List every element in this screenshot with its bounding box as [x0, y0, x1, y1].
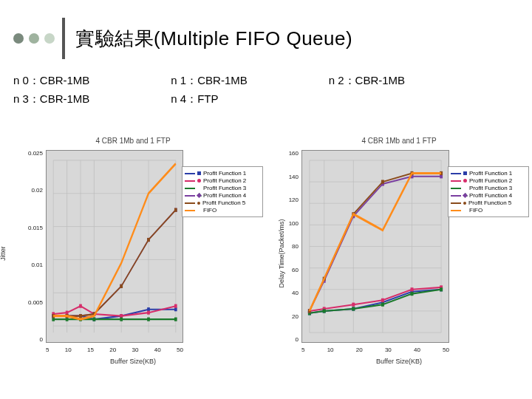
- chart-delay: 4 CBR 1Mb and 1 FTP Delay Time(Packet/ms…: [266, 137, 532, 369]
- svg-rect-46: [147, 238, 150, 242]
- title-row: 實驗結果(Multiple FIFO Queue): [13, 16, 519, 61]
- legend-row: Profit Function 1: [451, 170, 526, 177]
- chart-legend: Profit Function 1Profit Function 2Profit…: [448, 166, 529, 217]
- scenario-list: n 0：CBR-1MB n 1：CBR-1MB n 2：CBR-1MB n 3：…: [13, 74, 519, 111]
- legend-row: Profit Function 2: [451, 177, 526, 184]
- svg-rect-47: [174, 208, 177, 212]
- svg-rect-33: [174, 318, 177, 321]
- legend-row: Profit Function 3: [185, 185, 260, 191]
- legend-row: Profit Function 1: [185, 170, 260, 177]
- legend-row: Profit Function 5: [185, 200, 260, 206]
- charts-row: 4 CBR 1Mb and 1 FTP Jitter 0.0250.020.01…: [0, 137, 532, 369]
- plot-area: [301, 150, 449, 343]
- svg-rect-73: [411, 287, 414, 291]
- svg-rect-25: [147, 311, 150, 315]
- svg-rect-43: [79, 314, 82, 318]
- scenario-n0: n 0：CBR-1MB: [13, 74, 89, 88]
- chart-legend: Profit Function 1Profit Function 2Profit…: [182, 166, 263, 217]
- dot-icon: [44, 33, 55, 44]
- y-ticks: 0.0250.020.0150.010.0050: [13, 150, 43, 343]
- svg-rect-79: [411, 292, 414, 296]
- slide: 實驗結果(Multiple FIFO Queue) n 0：CBR-1MB n …: [0, 0, 532, 399]
- svg-rect-71: [352, 303, 355, 307]
- svg-rect-28: [66, 318, 69, 321]
- svg-rect-19: [174, 307, 177, 311]
- svg-rect-90: [381, 180, 384, 183]
- svg-rect-26: [174, 304, 177, 308]
- svg-rect-24: [120, 314, 123, 318]
- svg-rect-72: [381, 299, 384, 302]
- scenario-n1: n 1：CBR-1MB: [171, 74, 247, 88]
- svg-rect-77: [352, 307, 355, 310]
- y-ticks: 160140120100806040200: [276, 150, 299, 343]
- legend-row: FIFO: [185, 207, 260, 214]
- scenario-n2: n 2：CBR-1MB: [329, 74, 405, 88]
- svg-rect-31: [120, 318, 123, 321]
- x-axis-label: Buffer Size(KB): [0, 358, 266, 365]
- x-axis-label: Buffer Size(KB): [266, 358, 532, 365]
- chart-svg: [47, 151, 183, 342]
- svg-rect-80: [440, 287, 443, 291]
- page-title: 實驗結果(Multiple FIFO Queue): [75, 26, 352, 52]
- legend-row: Profit Function 2: [185, 177, 260, 184]
- chart-title: 4 CBR 1Mb and 1 FTP: [0, 137, 266, 145]
- svg-rect-22: [79, 304, 82, 308]
- dot-icon: [29, 33, 39, 44]
- svg-rect-78: [381, 303, 384, 307]
- y-axis-label: Jitter: [0, 246, 7, 261]
- legend-row: Profit Function 4: [185, 192, 260, 199]
- svg-rect-21: [66, 311, 69, 315]
- svg-rect-18: [147, 307, 150, 311]
- scenario-n4: n 4：FTP: [171, 92, 218, 106]
- svg-rect-30: [93, 318, 96, 321]
- svg-rect-45: [120, 284, 123, 288]
- svg-rect-32: [147, 318, 150, 321]
- chart-jitter: 4 CBR 1Mb and 1 FTP Jitter 0.0250.020.01…: [0, 137, 266, 369]
- plot-area: [46, 150, 183, 343]
- legend-row: Profit Function 3: [451, 185, 526, 191]
- brand-dots: [13, 33, 55, 44]
- scenario-n3: n 3：CBR-1MB: [13, 92, 89, 106]
- svg-rect-76: [323, 309, 326, 313]
- svg-rect-27: [52, 318, 55, 321]
- dot-icon: [13, 33, 24, 44]
- chart-svg: [302, 151, 449, 342]
- legend-row: Profit Function 5: [451, 200, 526, 206]
- x-ticks: 51020304050: [301, 347, 449, 353]
- legend-row: Profit Function 4: [451, 192, 526, 199]
- x-ticks: 5101520304050: [46, 347, 183, 353]
- divider: [62, 18, 65, 59]
- chart-title: 4 CBR 1Mb and 1 FTP: [266, 137, 532, 145]
- legend-row: FIFO: [451, 207, 526, 214]
